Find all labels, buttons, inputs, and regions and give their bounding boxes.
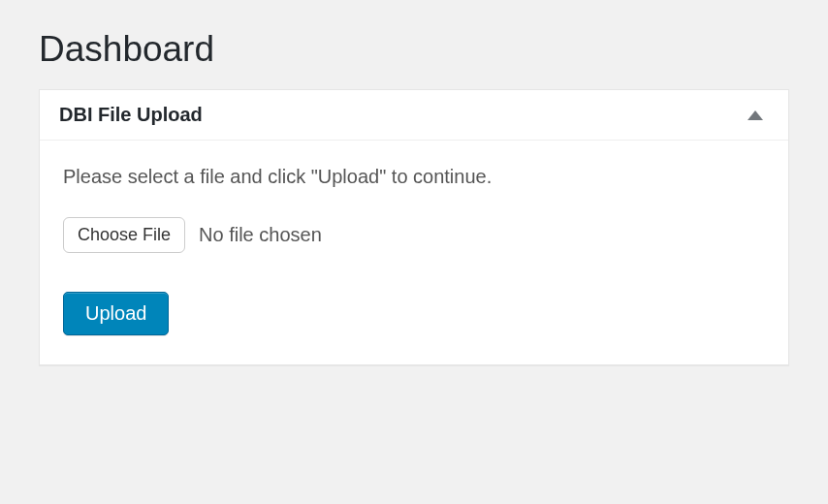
widget-title: DBI File Upload (59, 104, 203, 126)
choose-file-button[interactable]: Choose File (63, 217, 185, 253)
page-title: Dashboard (39, 0, 789, 89)
instruction-text: Please select a file and click "Upload" … (63, 166, 765, 188)
file-status-text: No file chosen (199, 224, 322, 246)
collapse-toggle-icon[interactable] (748, 110, 763, 120)
file-input-row: Choose File No file chosen (63, 217, 765, 253)
upload-widget: DBI File Upload Please select a file and… (39, 89, 789, 365)
widget-header: DBI File Upload (40, 90, 788, 141)
upload-button[interactable]: Upload (63, 292, 169, 335)
widget-body: Please select a file and click "Upload" … (40, 141, 788, 364)
